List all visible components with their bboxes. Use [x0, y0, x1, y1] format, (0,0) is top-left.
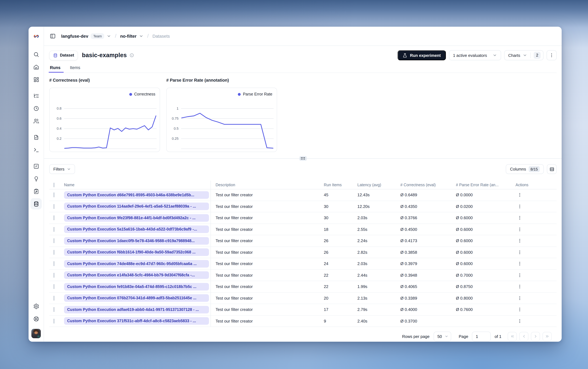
run-experiment-button[interactable]: Run experiment — [398, 50, 446, 60]
support-lifebuoy-icon[interactable] — [29, 312, 44, 325]
chart-title: # Parse Error Rate (annotation) — [166, 78, 277, 83]
run-name-link[interactable]: Custom Python Execution 74de488e-ec9d-47… — [64, 260, 209, 267]
row-checkbox[interactable] — [54, 307, 54, 312]
row-actions-button[interactable] — [516, 202, 524, 211]
users-icon[interactable] — [29, 115, 44, 127]
row-checkbox[interactable] — [54, 193, 54, 197]
row-density-button[interactable] — [547, 164, 557, 174]
row-checkbox[interactable] — [54, 250, 54, 255]
row-actions-button[interactable] — [516, 248, 524, 256]
kebab-icon — [517, 307, 522, 312]
row-actions-button[interactable] — [516, 260, 524, 268]
scores-percent-icon[interactable] — [29, 160, 44, 172]
row-actions-button[interactable] — [516, 225, 524, 234]
run-name-link[interactable]: Custom Python Execution d66e7991-8595-45… — [64, 191, 209, 199]
run-description: Test our filter creator — [211, 238, 324, 243]
divider — [530, 52, 530, 58]
row-checkbox[interactable] — [54, 273, 54, 278]
tracing-icon[interactable] — [29, 90, 44, 102]
run-latency: 2.79s — [357, 307, 400, 312]
chevron-down-icon[interactable] — [139, 34, 143, 38]
run-name-link[interactable]: Custom Python Execution 5a15a616-1bab-44… — [64, 226, 209, 233]
run-items-count: 45 — [324, 193, 357, 197]
panel-toggle-icon[interactable] — [49, 33, 56, 39]
breadcrumb-section[interactable]: Datasets — [153, 34, 170, 39]
column-header-name[interactable]: Name — [64, 181, 211, 189]
row-checkbox[interactable] — [54, 215, 54, 220]
row-actions-button[interactable] — [516, 317, 524, 325]
active-evaluators-button[interactable]: 1 active evaluators — [449, 50, 501, 60]
column-header-correctness[interactable]: # Correctness (eval) — [400, 183, 456, 187]
last-page-button[interactable] — [542, 332, 552, 341]
row-actions-button[interactable] — [516, 294, 524, 302]
row-checkbox[interactable] — [54, 204, 54, 209]
row-checkbox[interactable] — [54, 238, 54, 243]
breadcrumb-project[interactable]: no-filter — [120, 34, 137, 39]
row-actions-button[interactable] — [516, 271, 524, 279]
column-header-parse-error[interactable]: # Parse Error Rate (an... — [456, 183, 512, 187]
playground-terminal-icon[interactable] — [29, 144, 44, 156]
row-checkbox[interactable] — [54, 284, 54, 289]
select-all-checkbox[interactable] — [54, 183, 54, 187]
run-parse-error-rate: Ø 0.6000 — [456, 215, 512, 220]
pagination — [508, 332, 552, 341]
run-name-link[interactable]: Custom Python Execution fe91b83e-04a5-47… — [64, 283, 209, 290]
prompts-file-icon[interactable] — [29, 131, 44, 144]
filters-button[interactable]: Filters — [49, 164, 75, 174]
annotation-clipboard-icon[interactable] — [29, 185, 44, 197]
table-row: Custom Python Execution 5a15a616-1bab-44… — [49, 224, 557, 235]
rows-per-page-select[interactable]: 50 — [434, 331, 451, 341]
run-name-link[interactable]: Custom Python Execution 1daec0f9-5e78-43… — [64, 237, 209, 245]
row-actions-button[interactable] — [516, 283, 524, 291]
dashboard-icon[interactable] — [29, 73, 44, 86]
run-name-link[interactable]: Custom Python Execution 076b2704-341d-48… — [64, 294, 209, 302]
previous-page-button[interactable] — [519, 332, 528, 341]
row-checkbox[interactable] — [54, 296, 54, 300]
run-name-link[interactable]: Custom Python Execution e14fa348-5cfc-49… — [64, 271, 209, 279]
info-icon[interactable] — [130, 53, 134, 57]
breadcrumb-org[interactable]: langfuse-dev — [61, 34, 88, 39]
kebab-icon — [517, 284, 522, 289]
tab-runs[interactable]: Runs — [49, 62, 61, 72]
page-number-input[interactable]: 1 — [472, 331, 491, 341]
run-experiment-label: Run experiment — [410, 53, 441, 58]
column-header-latency[interactable]: Latency (avg) — [357, 183, 400, 187]
section-resize-divider — [49, 156, 557, 161]
row-checkbox[interactable] — [54, 261, 54, 266]
home-icon[interactable] — [29, 61, 44, 73]
run-name-link[interactable]: Custom Python Execution 9fe23f98-881e-44… — [64, 214, 209, 222]
row-actions-button[interactable] — [516, 214, 524, 222]
sessions-clock-icon[interactable] — [29, 102, 44, 115]
tab-items[interactable]: Items — [69, 62, 81, 72]
langfuse-logo[interactable] — [29, 27, 44, 46]
row-actions-button[interactable] — [516, 306, 524, 314]
column-header-run-items[interactable]: Run Items — [324, 183, 357, 187]
next-page-button[interactable] — [531, 332, 540, 341]
kebab-icon — [517, 319, 522, 323]
topbar-divider — [29, 46, 562, 46]
row-checkbox[interactable] — [54, 227, 54, 232]
run-name-link[interactable]: Custom Python Execution 371f531c-abff-4d… — [64, 317, 209, 325]
settings-gear-icon[interactable] — [29, 300, 44, 312]
drag-handle[interactable] — [299, 156, 307, 161]
charts-button[interactable]: Charts 2 — [504, 50, 543, 60]
run-correctness: Ø 0.4173 — [400, 238, 456, 243]
datasets-database-icon[interactable] — [29, 197, 44, 210]
row-actions-button[interactable] — [516, 237, 524, 245]
run-name-link[interactable]: Custom Python Execution adfae619-abb0-4d… — [64, 306, 209, 313]
table-row: Custom Python Execution 371f531c-abff-4d… — [49, 316, 557, 327]
columns-button[interactable]: Columns 8/15 — [506, 164, 544, 174]
row-actions-button[interactable] — [516, 191, 524, 199]
chevron-down-icon — [67, 167, 71, 171]
run-name-link[interactable]: Custom Python Execution f6bb1614-1f90-40… — [64, 249, 209, 256]
column-header-description[interactable]: Description — [211, 183, 324, 187]
first-page-button[interactable] — [508, 332, 517, 341]
search-icon[interactable] — [29, 48, 44, 61]
table-body: Custom Python Execution d66e7991-8595-45… — [49, 189, 557, 327]
chevron-down-icon[interactable] — [107, 34, 111, 38]
user-avatar[interactable] — [31, 329, 41, 338]
row-checkbox[interactable] — [54, 319, 54, 323]
lightbulb-icon[interactable] — [29, 172, 44, 185]
run-name-link[interactable]: Custom Python Execution 114aa9ef-29e6-4e… — [64, 203, 209, 210]
more-actions-button[interactable] — [547, 50, 557, 60]
